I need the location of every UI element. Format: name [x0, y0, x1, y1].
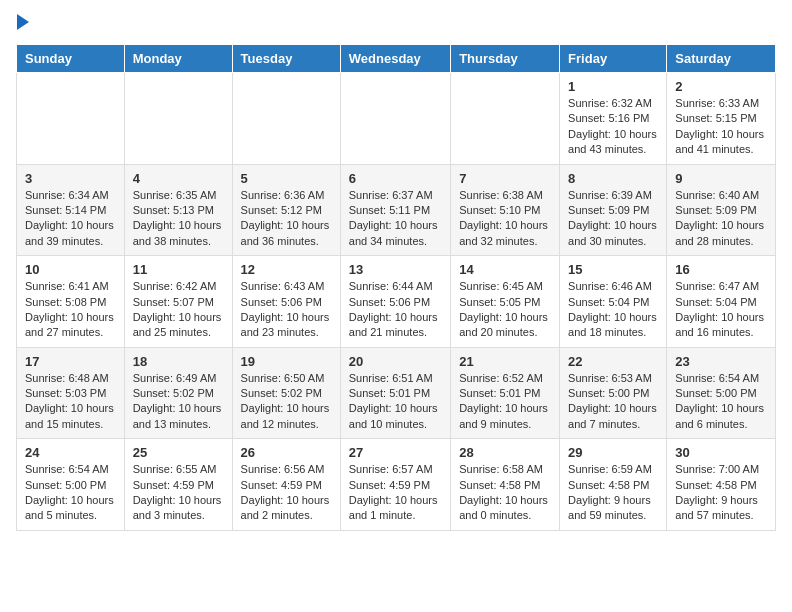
calendar-cell: 24Sunrise: 6:54 AMSunset: 5:00 PMDayligh… [17, 439, 125, 531]
day-info: Sunrise: 6:39 AMSunset: 5:09 PMDaylight:… [568, 188, 658, 250]
calendar-column-header: Tuesday [232, 45, 340, 73]
page-header [16, 16, 776, 32]
day-number: 6 [349, 171, 442, 186]
day-info: Sunrise: 6:59 AMSunset: 4:58 PMDaylight:… [568, 462, 658, 524]
calendar-cell: 11Sunrise: 6:42 AMSunset: 5:07 PMDayligh… [124, 256, 232, 348]
day-number: 14 [459, 262, 551, 277]
calendar-cell: 30Sunrise: 7:00 AMSunset: 4:58 PMDayligh… [667, 439, 776, 531]
calendar-cell: 28Sunrise: 6:58 AMSunset: 4:58 PMDayligh… [451, 439, 560, 531]
day-number: 1 [568, 79, 658, 94]
calendar-cell: 12Sunrise: 6:43 AMSunset: 5:06 PMDayligh… [232, 256, 340, 348]
calendar-cell: 1Sunrise: 6:32 AMSunset: 5:16 PMDaylight… [560, 73, 667, 165]
calendar-column-header: Monday [124, 45, 232, 73]
day-info: Sunrise: 6:55 AMSunset: 4:59 PMDaylight:… [133, 462, 224, 524]
day-number: 7 [459, 171, 551, 186]
calendar-cell: 18Sunrise: 6:49 AMSunset: 5:02 PMDayligh… [124, 347, 232, 439]
day-number: 25 [133, 445, 224, 460]
logo-arrow-icon [17, 14, 29, 30]
calendar-cell: 20Sunrise: 6:51 AMSunset: 5:01 PMDayligh… [340, 347, 450, 439]
day-info: Sunrise: 6:41 AMSunset: 5:08 PMDaylight:… [25, 279, 116, 341]
day-number: 13 [349, 262, 442, 277]
day-number: 20 [349, 354, 442, 369]
calendar-cell: 10Sunrise: 6:41 AMSunset: 5:08 PMDayligh… [17, 256, 125, 348]
calendar-cell: 21Sunrise: 6:52 AMSunset: 5:01 PMDayligh… [451, 347, 560, 439]
day-info: Sunrise: 6:38 AMSunset: 5:10 PMDaylight:… [459, 188, 551, 250]
day-info: Sunrise: 6:43 AMSunset: 5:06 PMDaylight:… [241, 279, 332, 341]
calendar-cell: 6Sunrise: 6:37 AMSunset: 5:11 PMDaylight… [340, 164, 450, 256]
calendar-cell: 27Sunrise: 6:57 AMSunset: 4:59 PMDayligh… [340, 439, 450, 531]
day-info: Sunrise: 7:00 AMSunset: 4:58 PMDaylight:… [675, 462, 767, 524]
day-info: Sunrise: 6:44 AMSunset: 5:06 PMDaylight:… [349, 279, 442, 341]
calendar-column-header: Friday [560, 45, 667, 73]
day-info: Sunrise: 6:54 AMSunset: 5:00 PMDaylight:… [25, 462, 116, 524]
calendar-cell [17, 73, 125, 165]
day-number: 8 [568, 171, 658, 186]
calendar-week-row: 24Sunrise: 6:54 AMSunset: 5:00 PMDayligh… [17, 439, 776, 531]
day-number: 9 [675, 171, 767, 186]
calendar-cell: 25Sunrise: 6:55 AMSunset: 4:59 PMDayligh… [124, 439, 232, 531]
day-info: Sunrise: 6:52 AMSunset: 5:01 PMDaylight:… [459, 371, 551, 433]
day-info: Sunrise: 6:46 AMSunset: 5:04 PMDaylight:… [568, 279, 658, 341]
calendar-cell: 23Sunrise: 6:54 AMSunset: 5:00 PMDayligh… [667, 347, 776, 439]
day-info: Sunrise: 6:54 AMSunset: 5:00 PMDaylight:… [675, 371, 767, 433]
day-number: 2 [675, 79, 767, 94]
day-number: 10 [25, 262, 116, 277]
day-number: 21 [459, 354, 551, 369]
day-number: 29 [568, 445, 658, 460]
calendar-column-header: Sunday [17, 45, 125, 73]
calendar-cell: 2Sunrise: 6:33 AMSunset: 5:15 PMDaylight… [667, 73, 776, 165]
calendar-column-header: Wednesday [340, 45, 450, 73]
day-info: Sunrise: 6:35 AMSunset: 5:13 PMDaylight:… [133, 188, 224, 250]
calendar-column-header: Saturday [667, 45, 776, 73]
day-number: 17 [25, 354, 116, 369]
day-number: 18 [133, 354, 224, 369]
calendar-cell: 5Sunrise: 6:36 AMSunset: 5:12 PMDaylight… [232, 164, 340, 256]
day-number: 16 [675, 262, 767, 277]
day-info: Sunrise: 6:48 AMSunset: 5:03 PMDaylight:… [25, 371, 116, 433]
calendar-week-row: 1Sunrise: 6:32 AMSunset: 5:16 PMDaylight… [17, 73, 776, 165]
day-info: Sunrise: 6:32 AMSunset: 5:16 PMDaylight:… [568, 96, 658, 158]
calendar-cell [451, 73, 560, 165]
calendar-column-header: Thursday [451, 45, 560, 73]
day-number: 4 [133, 171, 224, 186]
day-info: Sunrise: 6:33 AMSunset: 5:15 PMDaylight:… [675, 96, 767, 158]
day-number: 15 [568, 262, 658, 277]
calendar-cell: 15Sunrise: 6:46 AMSunset: 5:04 PMDayligh… [560, 256, 667, 348]
day-number: 23 [675, 354, 767, 369]
calendar-cell: 22Sunrise: 6:53 AMSunset: 5:00 PMDayligh… [560, 347, 667, 439]
day-info: Sunrise: 6:37 AMSunset: 5:11 PMDaylight:… [349, 188, 442, 250]
day-info: Sunrise: 6:36 AMSunset: 5:12 PMDaylight:… [241, 188, 332, 250]
calendar-cell: 16Sunrise: 6:47 AMSunset: 5:04 PMDayligh… [667, 256, 776, 348]
day-info: Sunrise: 6:50 AMSunset: 5:02 PMDaylight:… [241, 371, 332, 433]
day-info: Sunrise: 6:53 AMSunset: 5:00 PMDaylight:… [568, 371, 658, 433]
day-info: Sunrise: 6:49 AMSunset: 5:02 PMDaylight:… [133, 371, 224, 433]
day-info: Sunrise: 6:57 AMSunset: 4:59 PMDaylight:… [349, 462, 442, 524]
calendar-table: SundayMondayTuesdayWednesdayThursdayFrid… [16, 44, 776, 531]
calendar-week-row: 3Sunrise: 6:34 AMSunset: 5:14 PMDaylight… [17, 164, 776, 256]
calendar-cell: 19Sunrise: 6:50 AMSunset: 5:02 PMDayligh… [232, 347, 340, 439]
day-info: Sunrise: 6:34 AMSunset: 5:14 PMDaylight:… [25, 188, 116, 250]
calendar-header-row: SundayMondayTuesdayWednesdayThursdayFrid… [17, 45, 776, 73]
calendar-cell: 29Sunrise: 6:59 AMSunset: 4:58 PMDayligh… [560, 439, 667, 531]
calendar-cell [232, 73, 340, 165]
calendar-cell: 3Sunrise: 6:34 AMSunset: 5:14 PMDaylight… [17, 164, 125, 256]
day-info: Sunrise: 6:45 AMSunset: 5:05 PMDaylight:… [459, 279, 551, 341]
calendar-cell: 14Sunrise: 6:45 AMSunset: 5:05 PMDayligh… [451, 256, 560, 348]
calendar-cell: 8Sunrise: 6:39 AMSunset: 5:09 PMDaylight… [560, 164, 667, 256]
day-number: 22 [568, 354, 658, 369]
day-info: Sunrise: 6:58 AMSunset: 4:58 PMDaylight:… [459, 462, 551, 524]
day-number: 28 [459, 445, 551, 460]
calendar-cell [340, 73, 450, 165]
day-number: 30 [675, 445, 767, 460]
day-info: Sunrise: 6:47 AMSunset: 5:04 PMDaylight:… [675, 279, 767, 341]
day-info: Sunrise: 6:40 AMSunset: 5:09 PMDaylight:… [675, 188, 767, 250]
day-number: 24 [25, 445, 116, 460]
calendar-week-row: 17Sunrise: 6:48 AMSunset: 5:03 PMDayligh… [17, 347, 776, 439]
day-info: Sunrise: 6:42 AMSunset: 5:07 PMDaylight:… [133, 279, 224, 341]
calendar-cell: 13Sunrise: 6:44 AMSunset: 5:06 PMDayligh… [340, 256, 450, 348]
calendar-week-row: 10Sunrise: 6:41 AMSunset: 5:08 PMDayligh… [17, 256, 776, 348]
calendar-cell: 7Sunrise: 6:38 AMSunset: 5:10 PMDaylight… [451, 164, 560, 256]
calendar-cell: 26Sunrise: 6:56 AMSunset: 4:59 PMDayligh… [232, 439, 340, 531]
day-number: 11 [133, 262, 224, 277]
day-info: Sunrise: 6:51 AMSunset: 5:01 PMDaylight:… [349, 371, 442, 433]
